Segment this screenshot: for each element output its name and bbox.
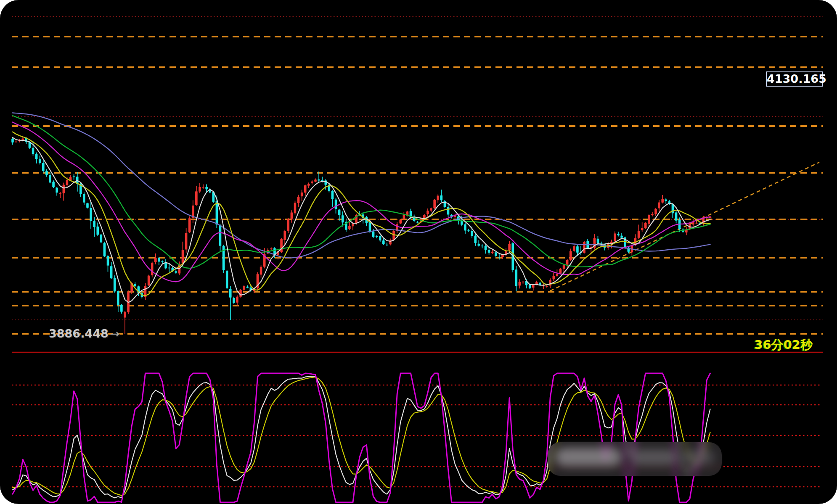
watermark-blob [555,448,622,466]
watermark-blur [548,442,722,476]
low-price-value: 3886.448 [49,327,109,340]
current-price-label: 4130.165 [766,71,823,87]
elapsed-time-label: 36分02秒 [754,337,813,354]
watermark-blob [681,450,714,465]
low-price-annotation: 3886.448→ [49,327,119,340]
chart-panel: 4130.165 3886.448→ 36分02秒 [0,0,837,504]
page-background: 4130.165 3886.448→ 36分02秒 [0,0,837,504]
right-arrow-icon: → [110,327,120,340]
watermark-blob [630,449,677,465]
chart-canvas[interactable] [0,0,837,504]
